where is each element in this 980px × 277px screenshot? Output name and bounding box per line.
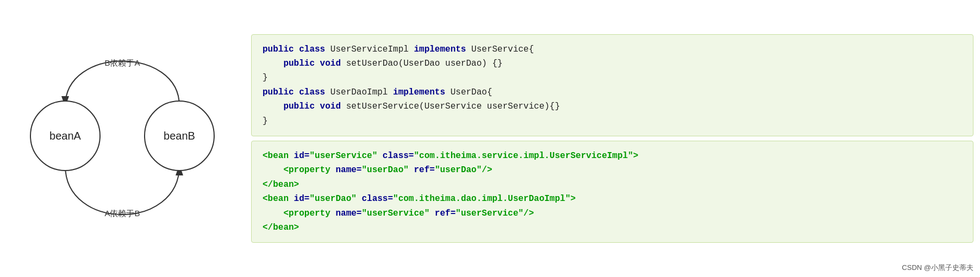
- code-block-java: public class UserServiceImpl implements …: [251, 34, 973, 136]
- xml-val-id-1: "userService": [309, 151, 377, 161]
- kw-public-class-2: public class: [263, 87, 330, 97]
- circle-bean-b: beanB: [144, 100, 215, 171]
- plain-3: setUserDao(UserDao userDao) {}: [346, 59, 503, 68]
- xml-attr-name-2: name=: [330, 209, 362, 218]
- kw-public-void-2: public void: [283, 102, 346, 111]
- code-block-xml: <bean id="userService" class="com.itheim…: [251, 141, 973, 243]
- kw-public-class-1: public class: [263, 45, 330, 54]
- xml-tag-bean-end-1: </bean>: [263, 180, 299, 190]
- xml-attr-ref-2: ref=: [429, 209, 455, 218]
- xml-val-name-1: "userDao": [361, 165, 408, 175]
- xml-tag-property-1: <property: [283, 165, 330, 175]
- code-section: public class UserServiceImpl implements …: [245, 0, 980, 277]
- xml-val-ref-2: "userService": [455, 209, 523, 218]
- xml-attr-ref-1: ref=: [409, 165, 435, 175]
- kw-implements-1: implements: [414, 45, 471, 54]
- plain-1: UserServiceImpl: [330, 45, 414, 54]
- kw-public-void-1: public void: [283, 59, 346, 68]
- plain-5: UserDao{: [451, 87, 492, 97]
- xml-tag-property-2: <property: [283, 209, 330, 218]
- xml-val-class-1: "com.itheima.service.impl.UserServiceImp…: [414, 151, 633, 161]
- xml-attr-class-2: class=: [357, 194, 393, 204]
- xml-tag-close-1: >: [633, 151, 639, 161]
- plain-brace-2: }: [263, 116, 268, 126]
- plain-4: UserDaoImpl: [330, 87, 393, 97]
- plain-2: UserService{: [471, 45, 534, 54]
- xml-val-id-2: "userDao": [309, 194, 356, 204]
- xml-attr-class-1: class=: [377, 151, 414, 161]
- circle-b-label: beanB: [164, 130, 195, 142]
- xml-tag-bean-open-1: <bean: [263, 151, 289, 161]
- xml-tag-prop-close-2: />: [523, 209, 534, 218]
- xml-tag-bean-end-2: </bean>: [263, 223, 299, 232]
- diagram-section: B依赖于A beanA beanB A依赖于B: [0, 0, 245, 277]
- xml-val-ref-1: "userDao": [435, 165, 482, 175]
- xml-val-class-2: "com.itheima.dao.impl.UserDaoImpl": [393, 194, 570, 204]
- xml-val-name-2: "userService": [361, 209, 429, 218]
- plain-brace-1: }: [263, 73, 268, 83]
- watermark: CSDN @小黑子史蒂夫: [902, 263, 973, 273]
- circle-bean-a: beanA: [30, 100, 101, 171]
- kw-implements-2: implements: [393, 87, 451, 97]
- xml-tag-bean-open-2: <bean: [263, 194, 289, 204]
- diagram-container: B依赖于A beanA beanB A依赖于B: [19, 30, 226, 247]
- xml-tag-prop-close-1: />: [482, 165, 492, 175]
- xml-attr-id-1: id=: [289, 151, 309, 161]
- xml-tag-close-2: >: [571, 194, 576, 204]
- xml-attr-name-1: name=: [330, 165, 362, 175]
- xml-attr-id-2: id=: [289, 194, 309, 204]
- plain-6: setUserService(UserService userService){…: [346, 102, 560, 111]
- circle-a-label: beanA: [49, 130, 81, 142]
